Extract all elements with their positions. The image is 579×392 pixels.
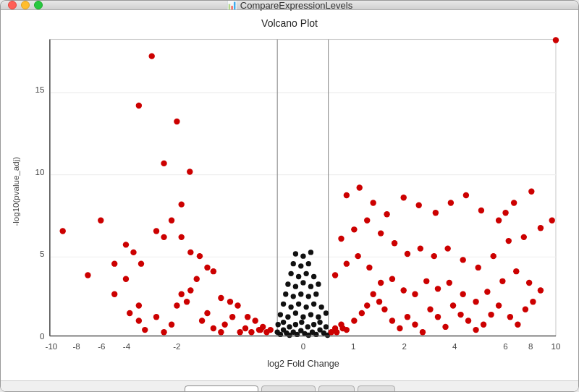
svg-point-133	[444, 245, 450, 251]
svg-text:-2: -2	[173, 342, 180, 351]
svg-point-195	[313, 291, 318, 297]
svg-point-47	[179, 291, 185, 297]
svg-point-49	[187, 287, 193, 293]
close-button[interactable]	[8, 1, 17, 9]
svg-point-143	[370, 200, 376, 205]
svg-point-147	[433, 210, 439, 216]
svg-point-198	[300, 280, 305, 285]
svg-point-65	[187, 250, 193, 255]
svg-point-96	[450, 302, 456, 308]
svg-point-53	[211, 325, 216, 331]
svg-point-211	[263, 329, 269, 335]
svg-point-36	[111, 260, 117, 266]
svg-point-189	[311, 302, 316, 307]
svg-point-33	[60, 228, 66, 234]
svg-point-68	[211, 268, 216, 274]
svg-point-30	[179, 201, 185, 207]
svg-point-177	[324, 324, 329, 329]
svg-point-38	[123, 276, 129, 281]
svg-point-144	[384, 211, 389, 217]
svg-point-90	[405, 314, 410, 320]
minimize-button[interactable]	[21, 1, 30, 9]
svg-point-183	[316, 315, 321, 320]
traffic-lights	[8, 1, 43, 9]
svg-point-73	[252, 318, 258, 323]
svg-point-101	[488, 312, 494, 318]
svg-point-76	[123, 242, 129, 247]
svg-point-95	[442, 324, 448, 330]
svg-point-100	[481, 322, 486, 328]
maximize-button[interactable]	[34, 1, 43, 9]
svg-text:-10: -10	[46, 342, 58, 351]
svg-point-83	[359, 310, 365, 316]
svg-point-132	[431, 253, 437, 259]
svg-point-48	[184, 299, 190, 304]
tab-list[interactable]: List	[318, 385, 355, 392]
tab-ma-plot[interactable]: MA Plot	[261, 385, 316, 392]
svg-point-142	[357, 184, 363, 190]
svg-point-116	[435, 286, 441, 291]
svg-point-43	[153, 314, 159, 320]
tab-volcano-plot[interactable]: Volcano Plot	[185, 385, 258, 392]
svg-text:15: 15	[35, 85, 45, 94]
svg-point-25	[149, 53, 155, 59]
svg-point-34	[98, 218, 103, 223]
svg-text:0: 0	[301, 342, 305, 351]
svg-point-111	[378, 280, 384, 286]
svg-point-186	[288, 304, 293, 310]
svg-point-188	[303, 304, 308, 310]
svg-point-174	[305, 324, 310, 329]
svg-point-123	[526, 280, 532, 286]
svg-point-71	[234, 302, 240, 308]
svg-point-54	[218, 329, 224, 335]
svg-point-205	[291, 261, 296, 266]
svg-point-179	[285, 315, 290, 320]
svg-point-207	[306, 261, 311, 266]
svg-point-191	[283, 291, 288, 297]
svg-point-121	[499, 278, 505, 284]
svg-point-215	[339, 325, 345, 331]
svg-point-203	[303, 271, 308, 276]
svg-point-196	[285, 281, 290, 286]
svg-text:10: 10	[35, 168, 45, 176]
svg-point-44	[161, 329, 166, 335]
svg-point-106	[530, 299, 536, 304]
svg-point-62	[161, 234, 166, 240]
svg-point-59	[248, 329, 254, 335]
svg-point-130	[405, 251, 410, 257]
svg-point-171	[287, 324, 292, 329]
svg-point-26	[136, 103, 142, 108]
svg-point-126	[351, 226, 357, 232]
svg-point-137	[506, 238, 512, 244]
svg-point-92	[420, 329, 426, 335]
svg-point-199	[308, 284, 313, 289]
chart-area: Volcano Plot 0 5 10	[1, 10, 578, 380]
svg-point-194	[306, 294, 311, 299]
svg-point-67	[204, 265, 210, 270]
svg-point-170	[281, 320, 286, 325]
svg-point-138	[521, 234, 527, 240]
svg-text:log2 Fold Change: log2 Fold Change	[267, 359, 339, 369]
svg-point-102	[496, 302, 502, 308]
svg-point-152	[511, 200, 517, 205]
svg-point-114	[412, 291, 418, 297]
svg-point-66	[197, 253, 203, 259]
svg-text:5: 5	[40, 250, 44, 258]
svg-point-201	[288, 271, 293, 276]
svg-point-139	[538, 225, 544, 231]
tab-info[interactable]: Info	[358, 385, 395, 392]
svg-point-55	[221, 322, 227, 328]
svg-rect-0	[50, 40, 556, 336]
svg-point-128	[378, 230, 384, 236]
svg-text:1: 1	[351, 342, 355, 351]
svg-point-104	[515, 322, 520, 328]
svg-point-213	[329, 329, 334, 335]
svg-point-178	[278, 312, 283, 317]
svg-text:-8: -8	[72, 342, 80, 351]
svg-point-27	[174, 119, 179, 124]
svg-point-69	[218, 295, 224, 301]
svg-point-50	[194, 276, 200, 281]
svg-point-58	[242, 325, 248, 331]
svg-point-206	[298, 263, 303, 268]
svg-point-148	[448, 200, 454, 205]
